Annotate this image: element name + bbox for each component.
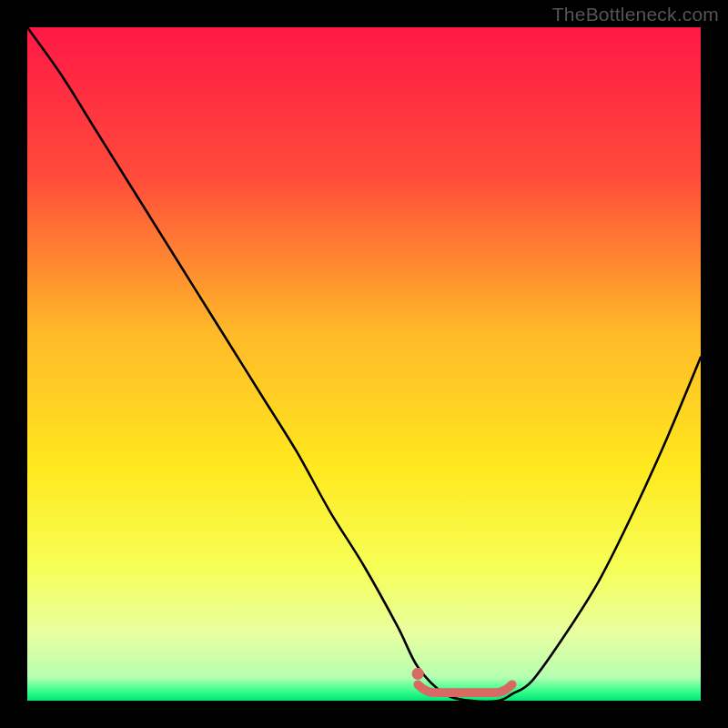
curve-layer: [27, 27, 701, 701]
plot-area: [27, 27, 701, 701]
bottleneck-curve: [27, 27, 701, 702]
optimal-point-dot: [412, 668, 424, 680]
optimal-range-marker: [418, 684, 512, 693]
watermark-text: TheBottleneck.com: [552, 4, 719, 25]
chart-frame: TheBottleneck.com: [0, 0, 728, 728]
